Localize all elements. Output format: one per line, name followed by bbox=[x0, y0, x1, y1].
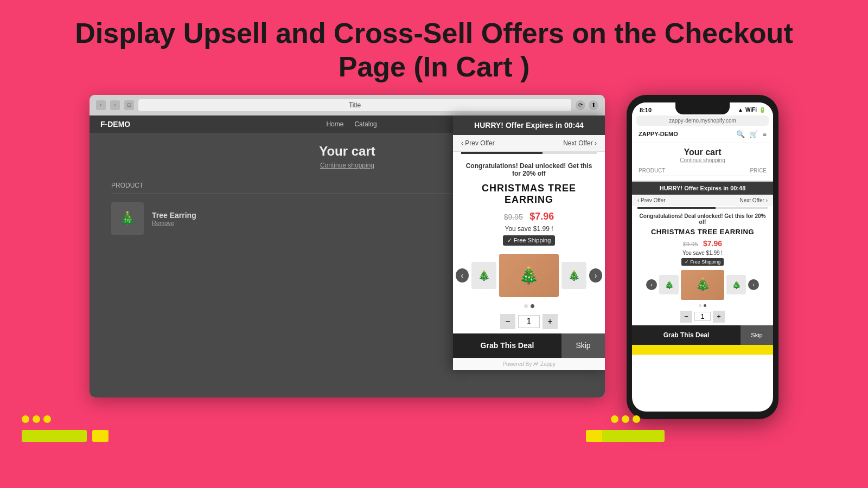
yellow-bar-right2 bbox=[599, 430, 665, 442]
dot-4 bbox=[611, 415, 618, 423]
phone-popup-timer: HURRY! Offer Expires in 00:48 bbox=[632, 182, 773, 195]
decorative-dots-right bbox=[611, 415, 640, 423]
popup-pricing: $9.95 $7.96 bbox=[453, 208, 605, 225]
phone-popup-sale-price: $7.96 bbox=[703, 239, 722, 248]
phone-prev-offer-btn[interactable]: ‹ Prev Offer bbox=[637, 197, 666, 203]
browser-back-btn[interactable]: ‹ bbox=[96, 100, 106, 110]
phone-bottom-bar bbox=[632, 345, 773, 355]
popup-skip-btn[interactable]: Skip bbox=[561, 333, 605, 358]
wifi-icon: WiFi bbox=[745, 107, 757, 113]
dot-3 bbox=[43, 415, 51, 423]
phone-popup-product-title: CHRISTMAS TREE EARRING bbox=[632, 227, 773, 237]
popup-images: ‹ 🎄 🎄 🎄 › bbox=[453, 248, 605, 303]
popup-qty-decrease-btn[interactable]: − bbox=[500, 314, 515, 329]
phone-next-offer-btn[interactable]: Next Offer › bbox=[740, 197, 768, 203]
popup-original-price: $9.95 bbox=[504, 213, 523, 221]
phone-status-icons: ▲ WiFi 🔋 bbox=[738, 107, 765, 113]
browser-forward-btn[interactable]: › bbox=[110, 100, 120, 110]
phone-popup-nav: ‹ Prev Offer Next Offer › bbox=[632, 195, 773, 206]
yellow-bar-left bbox=[22, 430, 87, 442]
phone-cart-content: Your cart Continue shopping PRODUCT PRIC… bbox=[632, 143, 773, 181]
phone-popup-pricing: $9.95 $7.96 bbox=[632, 237, 773, 250]
popup-image-main[interactable]: 🎄 bbox=[499, 254, 559, 297]
store-nav: Home Catalog bbox=[326, 120, 376, 128]
signal-icon: ▲ bbox=[738, 107, 743, 113]
dot-5 bbox=[622, 415, 629, 423]
phone-cart-icon[interactable]: 🛒 bbox=[749, 130, 758, 138]
desktop-browser-mockup: ‹ › ⊡ Title ⟳ ⬆ F-DEMO Home Catalog 🔍 ⊡ bbox=[90, 95, 605, 397]
browser-toolbar: ‹ › ⊡ Title ⟳ ⬆ bbox=[90, 95, 605, 115]
decorative-dots-left bbox=[22, 415, 51, 423]
popup-progress-bar bbox=[461, 152, 597, 154]
popup-free-shipping-wrap: ✓ Free Shipping bbox=[453, 233, 605, 248]
phone-url-bar[interactable]: zappy-demo.myshopify.com bbox=[636, 115, 769, 126]
phone-popup-grab-deal-btn[interactable]: Grab This Deal bbox=[632, 325, 741, 345]
phone-popup-free-shipping-badge: ✓ Free Shipping bbox=[681, 258, 724, 266]
popup-grab-deal-btn[interactable]: Grab This Deal bbox=[453, 333, 561, 358]
popup-dot-2[interactable] bbox=[531, 304, 534, 308]
phone-popup-img-thumb-1[interactable]: 🎄 bbox=[659, 275, 679, 294]
dot-1 bbox=[22, 415, 29, 423]
nav-catalog[interactable]: Catalog bbox=[354, 120, 376, 128]
phone-popup-actions: Grab This Deal Skip bbox=[632, 325, 773, 345]
phone-notch bbox=[675, 102, 730, 114]
yellow-bar-right3 bbox=[586, 430, 602, 442]
prev-offer-btn[interactable]: ‹ Prev Offer bbox=[461, 139, 495, 147]
popup-powered-by: Powered By 🗲 Zappy bbox=[453, 358, 605, 370]
phone-popup-next-image-btn[interactable]: › bbox=[748, 279, 759, 290]
browser-action-btns: ⟳ ⬆ bbox=[576, 100, 598, 110]
browser-share-btn[interactable]: ⬆ bbox=[589, 100, 598, 110]
phone-store-logo: ZAPPY-DEMO bbox=[639, 131, 678, 137]
dot-6 bbox=[633, 415, 640, 423]
phone-popup-savings: You save $1.99 ! bbox=[632, 250, 773, 256]
phone-cart-sub[interactable]: Continue shopping bbox=[639, 157, 767, 163]
phone-popup-images: ‹ 🎄 🎄 🎄 › bbox=[632, 267, 773, 303]
phone-price-col: PRICE bbox=[750, 168, 767, 174]
popup-timer: HURRY! Offer Expires in 00:44 bbox=[453, 115, 605, 135]
phone-table-header: PRODUCT PRICE bbox=[639, 168, 767, 176]
browser-reload-btn[interactable]: ⟳ bbox=[576, 100, 585, 110]
nav-home[interactable]: Home bbox=[326, 120, 343, 128]
battery-icon: 🔋 bbox=[759, 107, 765, 113]
popup-free-shipping-badge: ✓ Free Shipping bbox=[503, 235, 556, 246]
cart-item-image: 🎄 bbox=[111, 202, 144, 235]
phone-screen: 8:10 ▲ WiFi 🔋 zappy-demo.myshopify.com Z… bbox=[632, 102, 773, 412]
phone-cart-title: Your cart bbox=[639, 147, 767, 157]
content-area: ‹ › ⊡ Title ⟳ ⬆ F-DEMO Home Catalog 🔍 ⊡ bbox=[0, 95, 868, 419]
phone-popup-qty-decrease-btn[interactable]: − bbox=[680, 311, 692, 323]
phone-popup-dot-1[interactable] bbox=[699, 304, 701, 307]
popup-qty-value: 1 bbox=[518, 315, 540, 328]
popup-dot-1[interactable] bbox=[524, 304, 528, 308]
cart-page: F-DEMO Home Catalog 🔍 ⊡ Your cart Contin… bbox=[90, 115, 605, 397]
phone-popup-prev-image-btn[interactable]: ‹ bbox=[646, 279, 657, 290]
popup-product-title: CHRISTMAS TREE EARRING bbox=[453, 180, 605, 208]
popup-qty-increase-btn[interactable]: + bbox=[542, 314, 558, 329]
phone-popup-quantity: − 1 + bbox=[632, 308, 773, 325]
phone-search-icon[interactable]: 🔍 bbox=[736, 130, 745, 138]
phone-popup-shipping: ✓ Free Shipping bbox=[632, 256, 773, 267]
phone-popup-progress bbox=[637, 207, 768, 209]
phone-popup-original-price: $9.95 bbox=[683, 241, 698, 247]
browser-tab-btn[interactable]: ⊡ bbox=[124, 100, 134, 110]
phone-popup-img-main[interactable]: 🎄 bbox=[681, 270, 724, 300]
popup-actions: Grab This Deal Skip bbox=[453, 333, 605, 358]
store-logo: F-DEMO bbox=[100, 120, 130, 129]
phone-popup-skip-btn[interactable]: Skip bbox=[741, 325, 773, 345]
popup-next-image-btn[interactable]: › bbox=[589, 268, 602, 282]
phone-upsell-popup: HURRY! Offer Expires in 00:48 ‹ Prev Off… bbox=[632, 181, 773, 355]
dot-2 bbox=[33, 415, 40, 423]
popup-deal-text: Congratulations! Deal unlocked! Get this… bbox=[453, 159, 605, 180]
next-offer-btn[interactable]: Next Offer › bbox=[563, 139, 597, 147]
popup-nav: ‹ Prev Offer Next Offer › bbox=[453, 135, 605, 152]
phone-store-header: ZAPPY-DEMO 🔍 🛒 ≡ bbox=[632, 126, 773, 143]
phone-menu-icon[interactable]: ≡ bbox=[762, 130, 767, 138]
phone-popup-img-thumb-2[interactable]: 🎄 bbox=[726, 275, 746, 294]
upsell-popup: HURRY! Offer Expires in 00:44 ‹ Prev Off… bbox=[453, 115, 605, 370]
phone-popup-qty-increase-btn[interactable]: + bbox=[713, 311, 725, 323]
phone-popup-progress-fill bbox=[637, 207, 716, 209]
popup-image-thumb-1[interactable]: 🎄 bbox=[471, 262, 496, 289]
popup-image-thumb-2[interactable]: 🎄 bbox=[561, 262, 586, 289]
phone-popup-dot-2[interactable] bbox=[704, 304, 706, 307]
phone-store-icons: 🔍 🛒 ≡ bbox=[736, 130, 767, 138]
popup-prev-image-btn[interactable]: ‹ bbox=[456, 268, 469, 282]
